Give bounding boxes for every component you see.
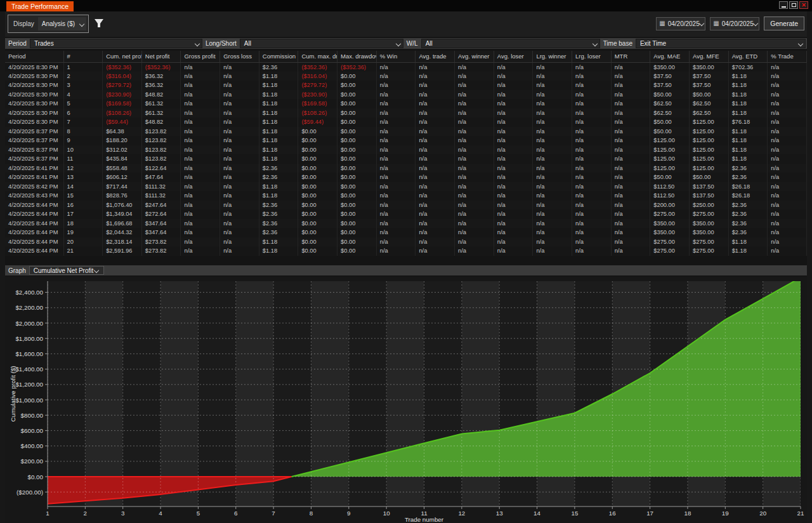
table-row[interactable]: 4/20/2025 8:30 PM4($230.90)$48.82n/an/a$… <box>5 90 807 100</box>
table-cell: $1.18 <box>728 154 768 164</box>
table-cell: $606.12 <box>103 173 142 182</box>
table-row[interactable]: 4/20/2025 8:44 PM19$2,044.32$347.64n/an/… <box>5 228 807 237</box>
table-cell: $188.20 <box>103 136 142 145</box>
column-header[interactable]: % Trade <box>768 51 807 62</box>
table-row[interactable]: 4/20/2025 8:41 PM12$558.48$122.64n/an/a$… <box>5 164 807 173</box>
date-to-picker[interactable]: ▦ 04/20/2025 <box>710 17 759 30</box>
table-row[interactable]: 4/20/2025 8:43 PM15$828.76$111.32n/an/a$… <box>5 191 807 201</box>
table-row[interactable]: 4/20/2025 8:30 PM5($169.58)$61.32n/an/a$… <box>5 99 807 109</box>
table-cell: n/a <box>494 109 533 118</box>
table-cell: n/a <box>768 136 807 145</box>
maximize-button[interactable] <box>789 1 798 9</box>
table-row[interactable]: 4/20/2025 8:44 PM20$2,318.14$273.82n/an/… <box>5 237 807 247</box>
column-header[interactable]: Commission <box>259 51 298 62</box>
column-header[interactable]: Gross profit <box>181 51 220 62</box>
table-cell: 13 <box>63 173 103 182</box>
column-header[interactable]: Lrg. loser <box>572 51 612 62</box>
column-header[interactable]: Cum. max. dr. <box>298 51 337 62</box>
generate-button[interactable]: Generate <box>764 17 804 30</box>
table-cell: $2.36 <box>259 164 298 173</box>
toolbar: Display Analysis ($) ▦ 04/20/2025 ▦ 04/2… <box>5 11 807 37</box>
table-cell: $275.00 <box>650 246 690 256</box>
table-cell: n/a <box>494 62 533 72</box>
column-header[interactable]: # <box>63 51 103 62</box>
table-cell: n/a <box>494 228 533 237</box>
column-header[interactable]: Cum. net prof <box>103 51 142 62</box>
table-cell: n/a <box>611 201 650 210</box>
table-cell: n/a <box>572 201 612 210</box>
longshort-filter-select[interactable]: All <box>240 39 403 48</box>
table-row[interactable]: 4/20/2025 8:37 PM10$312.02$123.82n/an/a$… <box>5 145 807 155</box>
close-button[interactable]: ✕ <box>799 1 808 9</box>
column-header[interactable]: Avg. trade <box>416 51 455 62</box>
column-header[interactable]: Gross loss <box>220 51 259 62</box>
table-row[interactable]: 4/20/2025 8:30 PM2($316.04)$36.32n/an/a$… <box>5 72 807 81</box>
table-cell: n/a <box>455 72 494 81</box>
column-header[interactable]: % Win <box>376 51 416 62</box>
svg-text:12: 12 <box>458 510 465 517</box>
table-row[interactable]: 4/20/2025 8:37 PM9$188.20$123.82n/an/a$1… <box>5 136 807 145</box>
table-cell: $0.00 <box>298 209 337 219</box>
graph-type-select[interactable]: Cumulative Net Profit <box>29 266 104 275</box>
table-cell: n/a <box>494 90 533 100</box>
table-cell: n/a <box>494 72 533 81</box>
table-cell: n/a <box>220 191 259 201</box>
table-cell: ($352.36) <box>141 62 181 72</box>
filter-icon[interactable] <box>94 18 104 29</box>
period-filter-select[interactable]: Trades <box>30 39 202 48</box>
table-cell: $1.18 <box>259 90 298 100</box>
table-cell: ($169.58) <box>103 99 142 109</box>
column-header[interactable]: Lrg. winner <box>533 51 572 62</box>
table-cell: $37.50 <box>650 81 690 90</box>
table-cell: n/a <box>416 154 455 164</box>
table-cell: n/a <box>494 164 533 173</box>
date-from-picker[interactable]: ▦ 04/20/2025 <box>656 17 705 30</box>
table-row[interactable]: 4/20/2025 8:44 PM18$1,696.68$347.64n/an/… <box>5 219 807 228</box>
table-row[interactable]: 4/20/2025 8:42 PM14$717.44$111.32n/an/a$… <box>5 182 807 192</box>
table-row[interactable]: 4/20/2025 8:30 PM3($279.72)$36.32n/an/a$… <box>5 81 807 90</box>
column-header[interactable]: Avg. MAE <box>650 51 690 62</box>
column-header[interactable]: Avg. winner <box>455 51 494 62</box>
table-cell: n/a <box>220 81 259 90</box>
wl-filter-select[interactable]: All <box>421 39 600 48</box>
table-row[interactable]: 4/20/2025 8:44 PM17$1,349.04$272.64n/an/… <box>5 209 807 219</box>
table-row[interactable]: 4/20/2025 8:30 PM1($352.36)($352.36)n/an… <box>5 62 807 72</box>
table-cell: $125.00 <box>690 164 729 173</box>
svg-text:$2,400.00: $2,400.00 <box>15 289 43 296</box>
table-cell: ($230.90) <box>103 90 142 100</box>
date-to-value: 04/20/2025 <box>722 20 754 27</box>
timebase-filter-select[interactable]: Exit Time <box>636 39 806 48</box>
table-row[interactable]: 4/20/2025 8:37 PM11$435.84$123.82n/an/a$… <box>5 154 807 164</box>
table-cell: n/a <box>572 246 612 256</box>
table-row[interactable]: 4/20/2025 8:44 PM21$2,591.96$273.82n/an/… <box>5 246 807 256</box>
table-cell: n/a <box>572 90 612 100</box>
table-cell: n/a <box>533 81 572 90</box>
display-select[interactable]: Analysis ($) <box>38 17 86 30</box>
column-header[interactable]: Avg. loser <box>494 51 533 62</box>
column-header[interactable]: Avg. MFE <box>690 51 729 62</box>
tab-trade-performance[interactable]: Trade Performance <box>6 1 74 11</box>
column-header[interactable]: MTR <box>611 51 650 62</box>
table-cell: n/a <box>181 164 220 173</box>
column-header[interactable]: Net profit <box>141 51 181 62</box>
column-header[interactable]: Period <box>5 51 63 62</box>
table-cell: n/a <box>220 145 259 155</box>
table-cell: $0.00 <box>337 127 377 136</box>
table-cell: n/a <box>494 81 533 90</box>
maximize-icon <box>792 3 796 7</box>
table-row[interactable]: 4/20/2025 8:30 PM6($108.26)$61.32n/an/a$… <box>5 109 807 118</box>
table-row[interactable]: 4/20/2025 8:44 PM16$1,076.40$247.64n/an/… <box>5 201 807 210</box>
table-cell: $2.36 <box>728 209 768 219</box>
table-row[interactable]: 4/20/2025 8:41 PM13$606.12$47.64n/an/a$2… <box>5 173 807 182</box>
column-header[interactable]: Max. drawdov <box>337 51 377 62</box>
table-cell: n/a <box>455 127 494 136</box>
table-row[interactable]: 4/20/2025 8:30 PM7($59.44)$48.82n/an/a$1… <box>5 117 807 127</box>
table-cell: $0.00 <box>337 228 377 237</box>
table-cell: $48.82 <box>141 117 181 127</box>
table-cell: $2.36 <box>259 228 298 237</box>
table-cell: n/a <box>494 136 533 145</box>
table-cell: ($59.44) <box>103 117 142 127</box>
column-header[interactable]: Avg. ETD <box>728 51 768 62</box>
minimize-button[interactable] <box>779 1 788 9</box>
table-row[interactable]: 4/20/2025 8:37 PM8$64.38$123.82n/an/a$1.… <box>5 127 807 136</box>
